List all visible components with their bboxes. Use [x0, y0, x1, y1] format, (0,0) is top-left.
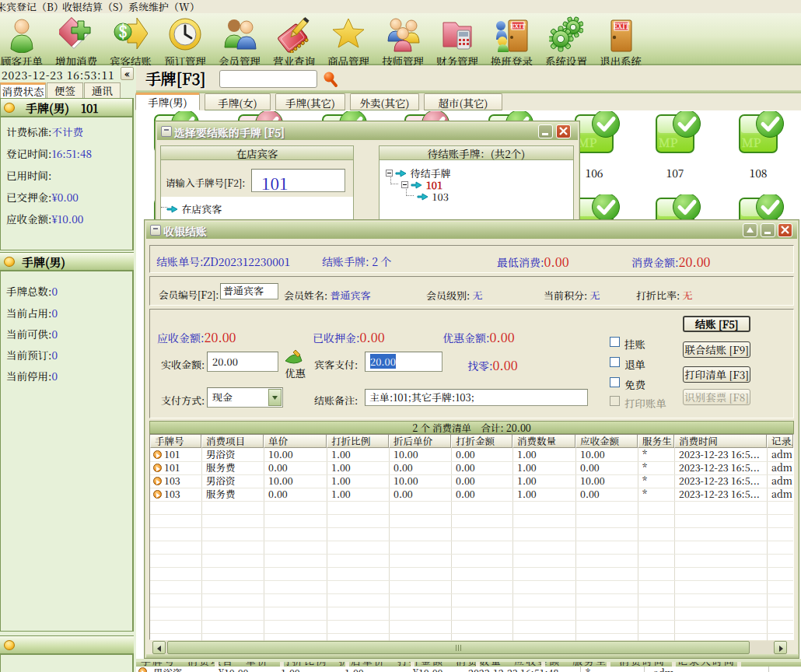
- svg-text:MP: MP: [742, 134, 761, 150]
- svg-text:$: $: [119, 19, 128, 42]
- svg-text:EXIT: EXIT: [614, 21, 630, 30]
- svg-text:EXIT: EXIT: [510, 21, 526, 30]
- svg-text:MP: MP: [578, 134, 597, 150]
- svg-text:MP: MP: [659, 134, 678, 150]
